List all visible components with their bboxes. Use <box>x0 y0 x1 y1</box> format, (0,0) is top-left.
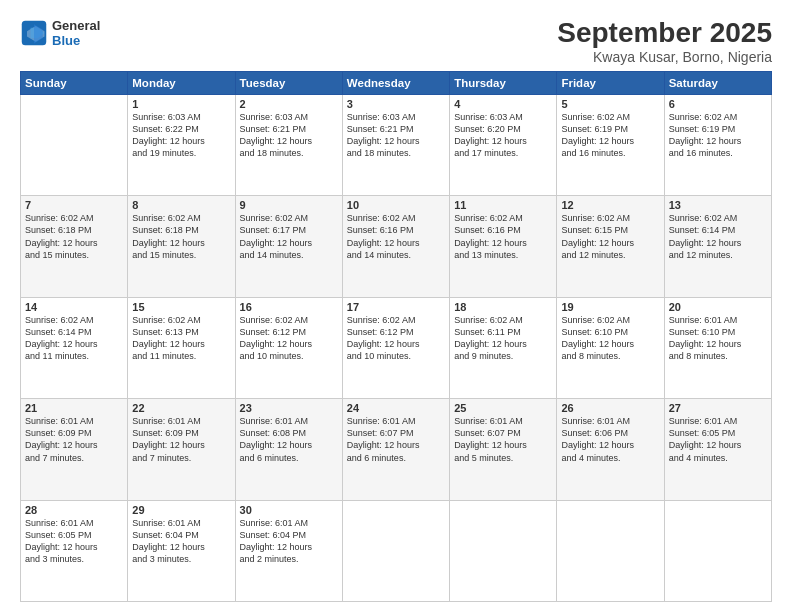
day-number: 8 <box>132 199 230 211</box>
day-number: 1 <box>132 98 230 110</box>
day-number: 25 <box>454 402 552 414</box>
calendar-cell: 30Sunrise: 6:01 AM Sunset: 6:04 PM Dayli… <box>235 500 342 601</box>
day-number: 9 <box>240 199 338 211</box>
day-info: Sunrise: 6:01 AM Sunset: 6:09 PM Dayligh… <box>132 415 230 464</box>
calendar-cell: 5Sunrise: 6:02 AM Sunset: 6:19 PM Daylig… <box>557 94 664 195</box>
day-number: 29 <box>132 504 230 516</box>
day-number: 28 <box>25 504 123 516</box>
day-info: Sunrise: 6:01 AM Sunset: 6:04 PM Dayligh… <box>132 517 230 566</box>
day-info: Sunrise: 6:01 AM Sunset: 6:10 PM Dayligh… <box>669 314 767 363</box>
day-info: Sunrise: 6:02 AM Sunset: 6:12 PM Dayligh… <box>347 314 445 363</box>
calendar-cell: 13Sunrise: 6:02 AM Sunset: 6:14 PM Dayli… <box>664 196 771 297</box>
day-number: 27 <box>669 402 767 414</box>
calendar-cell <box>664 500 771 601</box>
calendar-cell: 26Sunrise: 6:01 AM Sunset: 6:06 PM Dayli… <box>557 399 664 500</box>
week-row-4: 28Sunrise: 6:01 AM Sunset: 6:05 PM Dayli… <box>21 500 772 601</box>
week-row-3: 21Sunrise: 6:01 AM Sunset: 6:09 PM Dayli… <box>21 399 772 500</box>
day-number: 24 <box>347 402 445 414</box>
day-number: 18 <box>454 301 552 313</box>
day-number: 26 <box>561 402 659 414</box>
day-info: Sunrise: 6:02 AM Sunset: 6:15 PM Dayligh… <box>561 212 659 261</box>
day-info: Sunrise: 6:03 AM Sunset: 6:21 PM Dayligh… <box>240 111 338 160</box>
day-info: Sunrise: 6:01 AM Sunset: 6:07 PM Dayligh… <box>347 415 445 464</box>
weekday-header-row: Sunday Monday Tuesday Wednesday Thursday… <box>21 71 772 94</box>
day-info: Sunrise: 6:02 AM Sunset: 6:17 PM Dayligh… <box>240 212 338 261</box>
calendar-cell: 4Sunrise: 6:03 AM Sunset: 6:20 PM Daylig… <box>450 94 557 195</box>
week-row-0: 1Sunrise: 6:03 AM Sunset: 6:22 PM Daylig… <box>21 94 772 195</box>
day-info: Sunrise: 6:02 AM Sunset: 6:13 PM Dayligh… <box>132 314 230 363</box>
day-number: 13 <box>669 199 767 211</box>
calendar-cell: 27Sunrise: 6:01 AM Sunset: 6:05 PM Dayli… <box>664 399 771 500</box>
logo-text: General Blue <box>52 18 100 48</box>
header-wednesday: Wednesday <box>342 71 449 94</box>
week-row-1: 7Sunrise: 6:02 AM Sunset: 6:18 PM Daylig… <box>21 196 772 297</box>
day-info: Sunrise: 6:02 AM Sunset: 6:14 PM Dayligh… <box>25 314 123 363</box>
header-monday: Monday <box>128 71 235 94</box>
calendar-title: September 2025 <box>557 18 772 49</box>
day-info: Sunrise: 6:03 AM Sunset: 6:22 PM Dayligh… <box>132 111 230 160</box>
header: General Blue September 2025 Kwaya Kusar,… <box>20 18 772 65</box>
day-number: 10 <box>347 199 445 211</box>
calendar-cell <box>21 94 128 195</box>
day-number: 3 <box>347 98 445 110</box>
calendar-cell: 18Sunrise: 6:02 AM Sunset: 6:11 PM Dayli… <box>450 297 557 398</box>
day-number: 14 <box>25 301 123 313</box>
day-info: Sunrise: 6:02 AM Sunset: 6:19 PM Dayligh… <box>561 111 659 160</box>
calendar-cell: 8Sunrise: 6:02 AM Sunset: 6:18 PM Daylig… <box>128 196 235 297</box>
calendar-cell: 25Sunrise: 6:01 AM Sunset: 6:07 PM Dayli… <box>450 399 557 500</box>
day-info: Sunrise: 6:01 AM Sunset: 6:04 PM Dayligh… <box>240 517 338 566</box>
day-info: Sunrise: 6:02 AM Sunset: 6:16 PM Dayligh… <box>347 212 445 261</box>
title-block: September 2025 Kwaya Kusar, Borno, Niger… <box>557 18 772 65</box>
day-info: Sunrise: 6:01 AM Sunset: 6:05 PM Dayligh… <box>669 415 767 464</box>
calendar-cell: 15Sunrise: 6:02 AM Sunset: 6:13 PM Dayli… <box>128 297 235 398</box>
day-info: Sunrise: 6:02 AM Sunset: 6:11 PM Dayligh… <box>454 314 552 363</box>
day-info: Sunrise: 6:02 AM Sunset: 6:18 PM Dayligh… <box>132 212 230 261</box>
day-number: 2 <box>240 98 338 110</box>
day-number: 30 <box>240 504 338 516</box>
calendar-cell: 20Sunrise: 6:01 AM Sunset: 6:10 PM Dayli… <box>664 297 771 398</box>
calendar-cell: 2Sunrise: 6:03 AM Sunset: 6:21 PM Daylig… <box>235 94 342 195</box>
day-number: 6 <box>669 98 767 110</box>
day-number: 17 <box>347 301 445 313</box>
calendar-cell: 23Sunrise: 6:01 AM Sunset: 6:08 PM Dayli… <box>235 399 342 500</box>
calendar-cell: 21Sunrise: 6:01 AM Sunset: 6:09 PM Dayli… <box>21 399 128 500</box>
day-number: 5 <box>561 98 659 110</box>
day-info: Sunrise: 6:02 AM Sunset: 6:14 PM Dayligh… <box>669 212 767 261</box>
day-number: 22 <box>132 402 230 414</box>
calendar-cell: 29Sunrise: 6:01 AM Sunset: 6:04 PM Dayli… <box>128 500 235 601</box>
day-number: 20 <box>669 301 767 313</box>
calendar-table: Sunday Monday Tuesday Wednesday Thursday… <box>20 71 772 602</box>
calendar-cell: 6Sunrise: 6:02 AM Sunset: 6:19 PM Daylig… <box>664 94 771 195</box>
day-number: 15 <box>132 301 230 313</box>
day-number: 7 <box>25 199 123 211</box>
day-info: Sunrise: 6:01 AM Sunset: 6:05 PM Dayligh… <box>25 517 123 566</box>
calendar-cell: 14Sunrise: 6:02 AM Sunset: 6:14 PM Dayli… <box>21 297 128 398</box>
day-info: Sunrise: 6:02 AM Sunset: 6:18 PM Dayligh… <box>25 212 123 261</box>
calendar-subtitle: Kwaya Kusar, Borno, Nigeria <box>557 49 772 65</box>
calendar-cell: 7Sunrise: 6:02 AM Sunset: 6:18 PM Daylig… <box>21 196 128 297</box>
day-info: Sunrise: 6:01 AM Sunset: 6:06 PM Dayligh… <box>561 415 659 464</box>
day-number: 4 <box>454 98 552 110</box>
week-row-2: 14Sunrise: 6:02 AM Sunset: 6:14 PM Dayli… <box>21 297 772 398</box>
calendar-cell: 3Sunrise: 6:03 AM Sunset: 6:21 PM Daylig… <box>342 94 449 195</box>
day-info: Sunrise: 6:02 AM Sunset: 6:10 PM Dayligh… <box>561 314 659 363</box>
day-info: Sunrise: 6:01 AM Sunset: 6:09 PM Dayligh… <box>25 415 123 464</box>
day-info: Sunrise: 6:02 AM Sunset: 6:12 PM Dayligh… <box>240 314 338 363</box>
header-friday: Friday <box>557 71 664 94</box>
calendar-cell <box>342 500 449 601</box>
calendar-cell: 19Sunrise: 6:02 AM Sunset: 6:10 PM Dayli… <box>557 297 664 398</box>
day-info: Sunrise: 6:03 AM Sunset: 6:21 PM Dayligh… <box>347 111 445 160</box>
calendar-cell: 28Sunrise: 6:01 AM Sunset: 6:05 PM Dayli… <box>21 500 128 601</box>
day-info: Sunrise: 6:01 AM Sunset: 6:08 PM Dayligh… <box>240 415 338 464</box>
calendar-cell: 1Sunrise: 6:03 AM Sunset: 6:22 PM Daylig… <box>128 94 235 195</box>
calendar-cell: 11Sunrise: 6:02 AM Sunset: 6:16 PM Dayli… <box>450 196 557 297</box>
logo: General Blue <box>20 18 100 48</box>
calendar-cell <box>450 500 557 601</box>
day-info: Sunrise: 6:02 AM Sunset: 6:16 PM Dayligh… <box>454 212 552 261</box>
calendar-cell: 24Sunrise: 6:01 AM Sunset: 6:07 PM Dayli… <box>342 399 449 500</box>
logo-icon <box>20 19 48 47</box>
day-number: 21 <box>25 402 123 414</box>
calendar-cell: 10Sunrise: 6:02 AM Sunset: 6:16 PM Dayli… <box>342 196 449 297</box>
page: General Blue September 2025 Kwaya Kusar,… <box>0 0 792 612</box>
header-thursday: Thursday <box>450 71 557 94</box>
